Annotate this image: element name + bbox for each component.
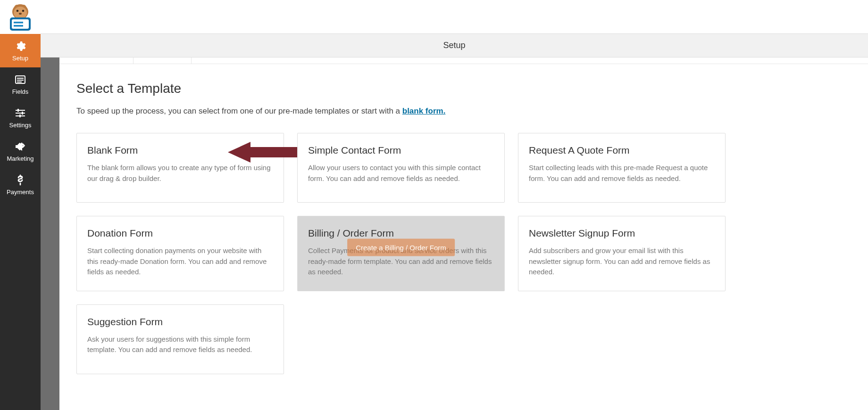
section-header: Setup	[41, 34, 868, 57]
arrow-left-icon	[228, 142, 303, 163]
svg-rect-9	[14, 22, 23, 24]
svg-rect-15	[16, 110, 25, 111]
template-title: Newsletter Signup Form	[529, 228, 715, 239]
svg-rect-8	[12, 19, 29, 29]
svg-rect-20	[19, 115, 21, 117]
svg-marker-21	[228, 142, 303, 163]
nav-label: Marketing	[7, 155, 33, 162]
page-subtitle: To speed up the process, you can select …	[76, 107, 778, 116]
svg-rect-10	[14, 25, 23, 27]
template-donation-form[interactable]: Donation Form Start collecting donation …	[76, 216, 284, 291]
svg-rect-12	[17, 78, 24, 79]
nav-item-setup[interactable]: Setup	[0, 34, 41, 67]
template-desc: The blank form allows you to create any …	[87, 163, 273, 184]
svg-point-6	[19, 13, 22, 15]
svg-rect-14	[17, 82, 22, 82]
template-title: Suggestion Form	[87, 316, 273, 328]
header-bar	[41, 0, 868, 34]
template-blank-form[interactable]: Blank Form The blank form allows you to …	[76, 133, 284, 203]
nav-label: Settings	[9, 122, 32, 129]
wpforms-logo-icon	[5, 3, 35, 31]
main-area: Setup Select a Template To speed up the …	[41, 0, 868, 410]
template-simple-contact-form[interactable]: Simple Contact Form Allow your users to …	[297, 133, 505, 203]
template-desc: Start collecting donation payments on yo…	[87, 246, 273, 278]
gear-icon	[14, 41, 26, 52]
template-grid: Blank Form The blank form allows you to …	[76, 133, 778, 374]
nav-label: Payments	[7, 189, 34, 196]
template-desc: Ask your users for suggestions with this…	[87, 334, 273, 355]
svg-rect-16	[16, 113, 25, 114]
dollar-icon	[14, 174, 26, 186]
template-desc: Add subscribers and grow your email list…	[529, 246, 715, 278]
nav-item-payments[interactable]: Payments	[0, 168, 41, 201]
logo	[0, 0, 41, 34]
svg-rect-19	[22, 112, 23, 115]
content: Select a Template To speed up the proces…	[59, 57, 868, 410]
template-title: Simple Contact Form	[308, 145, 494, 156]
template-desc: Allow your users to contact you with thi…	[308, 163, 494, 184]
nav-item-marketing[interactable]: Marketing	[0, 134, 41, 168]
template-request-a-quote-form[interactable]: Request A Quote Form Start collecting le…	[518, 133, 726, 203]
nav-item-settings[interactable]: Settings	[0, 101, 41, 134]
template-newsletter-signup-form[interactable]: Newsletter Signup Form Add subscribers a…	[518, 216, 726, 291]
page-title: Select a Template	[76, 81, 778, 96]
template-suggestion-form[interactable]: Suggestion Form Ask your users for sugge…	[76, 304, 284, 374]
tab-remnant	[59, 57, 868, 64]
template-title: Donation Form	[87, 228, 273, 239]
nav-label: Fields	[12, 88, 29, 95]
divider-column	[41, 57, 59, 410]
svg-point-5	[22, 9, 25, 12]
svg-rect-13	[17, 80, 24, 81]
nav-item-fields[interactable]: Fields	[0, 67, 41, 101]
list-icon	[14, 74, 26, 85]
sliders-icon	[14, 107, 26, 119]
sidebar: Setup Fields Settings Marketing Payments	[0, 0, 41, 410]
bullhorn-icon	[14, 141, 26, 152]
template-desc: Start collecting leads with this pre-mad…	[529, 163, 715, 184]
template-title: Billing / Order Form	[308, 228, 494, 239]
create-template-button[interactable]: Create a Billing / Order Form	[347, 239, 455, 256]
template-billing-order-form[interactable]: Billing / Order Form Collect Payments fo…	[297, 216, 505, 291]
template-title: Request A Quote Form	[529, 145, 715, 156]
svg-rect-18	[17, 109, 19, 112]
blank-form-link[interactable]: blank form.	[402, 107, 446, 115]
svg-point-4	[17, 9, 19, 12]
subtitle-text: To speed up the process, you can select …	[76, 107, 402, 115]
nav-label: Setup	[12, 55, 28, 62]
